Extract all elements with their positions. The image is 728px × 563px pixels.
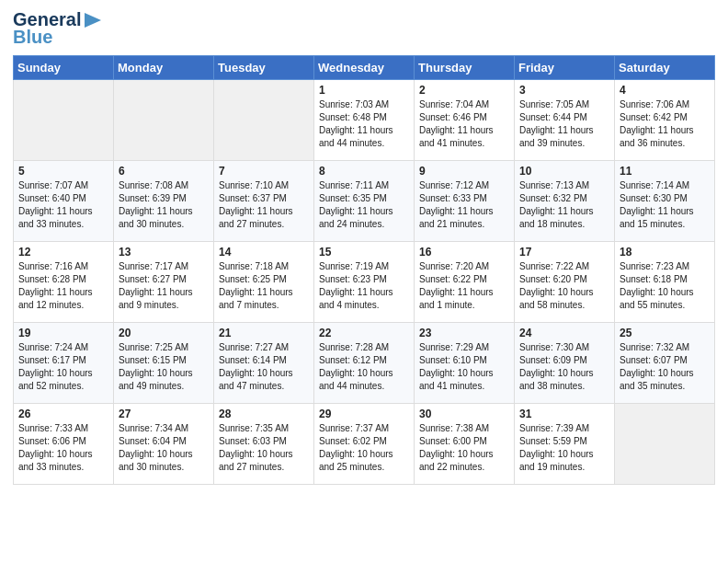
calendar-day-cell: 13Sunrise: 7:17 AMSunset: 6:27 PMDayligh… — [114, 242, 214, 323]
day-info: Sunrise: 7:08 AMSunset: 6:39 PMDaylight:… — [119, 179, 209, 231]
day-number: 23 — [419, 327, 509, 339]
day-info: Sunrise: 7:13 AMSunset: 6:32 PMDaylight:… — [519, 179, 609, 231]
calendar-day-cell: 20Sunrise: 7:25 AMSunset: 6:15 PMDayligh… — [114, 323, 214, 404]
day-number: 28 — [219, 408, 309, 420]
calendar-day-cell: 9Sunrise: 7:12 AMSunset: 6:33 PMDaylight… — [415, 161, 515, 242]
day-info: Sunrise: 7:18 AMSunset: 6:25 PMDaylight:… — [219, 260, 309, 312]
day-info: Sunrise: 7:16 AMSunset: 6:28 PMDaylight:… — [18, 260, 108, 312]
logo-arrow-icon — [83, 11, 103, 29]
calendar-day-cell: 12Sunrise: 7:16 AMSunset: 6:28 PMDayligh… — [14, 242, 114, 323]
calendar-week-row: 5Sunrise: 7:07 AMSunset: 6:40 PMDaylight… — [14, 161, 715, 242]
calendar-week-row: 19Sunrise: 7:24 AMSunset: 6:17 PMDayligh… — [14, 323, 715, 404]
calendar-day-cell: 30Sunrise: 7:38 AMSunset: 6:00 PMDayligh… — [415, 404, 515, 485]
day-info: Sunrise: 7:23 AMSunset: 6:18 PMDaylight:… — [620, 260, 710, 312]
day-info: Sunrise: 7:22 AMSunset: 6:20 PMDaylight:… — [519, 260, 609, 312]
calendar-day-cell: 2Sunrise: 7:04 AMSunset: 6:46 PMDaylight… — [415, 80, 515, 161]
weekday-header: Wednesday — [314, 56, 415, 80]
calendar-day-cell: 19Sunrise: 7:24 AMSunset: 6:17 PMDayligh… — [14, 323, 114, 404]
day-info: Sunrise: 7:17 AMSunset: 6:27 PMDaylight:… — [119, 260, 209, 312]
day-number: 22 — [319, 327, 409, 339]
day-info: Sunrise: 7:27 AMSunset: 6:14 PMDaylight:… — [219, 341, 309, 393]
calendar-day-cell: 16Sunrise: 7:20 AMSunset: 6:22 PMDayligh… — [415, 242, 515, 323]
day-info: Sunrise: 7:20 AMSunset: 6:22 PMDaylight:… — [419, 260, 509, 312]
day-info: Sunrise: 7:32 AMSunset: 6:07 PMDaylight:… — [620, 341, 710, 393]
day-info: Sunrise: 7:19 AMSunset: 6:23 PMDaylight:… — [319, 260, 409, 312]
calendar-day-cell: 31Sunrise: 7:39 AMSunset: 5:59 PMDayligh… — [515, 404, 615, 485]
day-number: 4 — [620, 84, 710, 97]
calendar-day-cell: 27Sunrise: 7:34 AMSunset: 6:04 PMDayligh… — [114, 404, 214, 485]
calendar-day-cell: 18Sunrise: 7:23 AMSunset: 6:18 PMDayligh… — [615, 242, 715, 323]
page-container: General Blue SundayMondayTuesdayWednesda… — [0, 0, 728, 494]
day-number: 21 — [219, 327, 309, 339]
day-number: 1 — [319, 84, 409, 97]
day-number: 14 — [219, 246, 309, 259]
calendar-day-cell: 3Sunrise: 7:05 AMSunset: 6:44 PMDaylight… — [515, 80, 615, 161]
calendar-day-cell: 26Sunrise: 7:33 AMSunset: 6:06 PMDayligh… — [14, 404, 114, 485]
day-number: 25 — [620, 327, 710, 339]
day-info: Sunrise: 7:24 AMSunset: 6:17 PMDaylight:… — [18, 341, 108, 393]
day-info: Sunrise: 7:38 AMSunset: 6:00 PMDaylight:… — [419, 422, 509, 474]
calendar-day-cell: 10Sunrise: 7:13 AMSunset: 6:32 PMDayligh… — [515, 161, 615, 242]
calendar-day-cell: 28Sunrise: 7:35 AMSunset: 6:03 PMDayligh… — [214, 404, 314, 485]
day-info: Sunrise: 7:10 AMSunset: 6:37 PMDaylight:… — [219, 179, 309, 231]
day-number: 19 — [18, 327, 108, 339]
day-number: 2 — [419, 84, 509, 97]
day-number: 3 — [519, 84, 609, 97]
day-info: Sunrise: 7:37 AMSunset: 6:02 PMDaylight:… — [319, 422, 409, 474]
calendar-day-cell: 1Sunrise: 7:03 AMSunset: 6:48 PMDaylight… — [314, 80, 415, 161]
day-info: Sunrise: 7:29 AMSunset: 6:10 PMDaylight:… — [419, 341, 509, 393]
calendar-week-row: 26Sunrise: 7:33 AMSunset: 6:06 PMDayligh… — [14, 404, 715, 485]
day-number: 7 — [219, 165, 309, 178]
weekday-header: Thursday — [415, 56, 515, 80]
weekday-header: Tuesday — [214, 56, 314, 80]
weekday-header: Friday — [515, 56, 615, 80]
weekday-header: Sunday — [14, 56, 114, 80]
calendar-day-cell: 25Sunrise: 7:32 AMSunset: 6:07 PMDayligh… — [615, 323, 715, 404]
day-info: Sunrise: 7:12 AMSunset: 6:33 PMDaylight:… — [419, 179, 509, 231]
day-number: 9 — [419, 165, 509, 178]
calendar-day-cell — [114, 80, 214, 161]
weekday-header: Saturday — [615, 56, 715, 80]
calendar-day-cell: 29Sunrise: 7:37 AMSunset: 6:02 PMDayligh… — [314, 404, 415, 485]
day-info: Sunrise: 7:03 AMSunset: 6:48 PMDaylight:… — [319, 98, 409, 150]
logo: General Blue — [13, 9, 103, 48]
day-number: 8 — [319, 165, 409, 178]
day-info: Sunrise: 7:06 AMSunset: 6:42 PMDaylight:… — [620, 98, 710, 150]
day-number: 24 — [519, 327, 609, 339]
day-info: Sunrise: 7:39 AMSunset: 5:59 PMDaylight:… — [519, 422, 609, 474]
day-number: 27 — [119, 408, 209, 420]
day-info: Sunrise: 7:34 AMSunset: 6:04 PMDaylight:… — [119, 422, 209, 474]
day-number: 5 — [18, 165, 108, 178]
calendar-day-cell: 22Sunrise: 7:28 AMSunset: 6:12 PMDayligh… — [314, 323, 415, 404]
calendar-day-cell: 6Sunrise: 7:08 AMSunset: 6:39 PMDaylight… — [114, 161, 214, 242]
calendar-day-cell — [615, 404, 715, 485]
day-number: 11 — [620, 165, 710, 178]
day-info: Sunrise: 7:25 AMSunset: 6:15 PMDaylight:… — [119, 341, 209, 393]
calendar-week-row: 12Sunrise: 7:16 AMSunset: 6:28 PMDayligh… — [14, 242, 715, 323]
day-number: 15 — [319, 246, 409, 259]
day-number: 29 — [319, 408, 409, 420]
day-number: 17 — [519, 246, 609, 259]
logo-blue: Blue — [13, 27, 52, 48]
calendar-week-row: 1Sunrise: 7:03 AMSunset: 6:48 PMDaylight… — [14, 80, 715, 161]
day-number: 20 — [119, 327, 209, 339]
day-number: 10 — [519, 165, 609, 178]
calendar-day-cell: 4Sunrise: 7:06 AMSunset: 6:42 PMDaylight… — [615, 80, 715, 161]
day-info: Sunrise: 7:35 AMSunset: 6:03 PMDaylight:… — [219, 422, 309, 474]
calendar-day-cell: 14Sunrise: 7:18 AMSunset: 6:25 PMDayligh… — [214, 242, 314, 323]
day-number: 30 — [419, 408, 509, 420]
calendar-day-cell: 23Sunrise: 7:29 AMSunset: 6:10 PMDayligh… — [415, 323, 515, 404]
calendar-day-cell: 21Sunrise: 7:27 AMSunset: 6:14 PMDayligh… — [214, 323, 314, 404]
calendar-day-cell: 11Sunrise: 7:14 AMSunset: 6:30 PMDayligh… — [615, 161, 715, 242]
calendar-day-cell: 7Sunrise: 7:10 AMSunset: 6:37 PMDaylight… — [214, 161, 314, 242]
calendar-day-cell: 15Sunrise: 7:19 AMSunset: 6:23 PMDayligh… — [314, 242, 415, 323]
calendar-day-cell: 17Sunrise: 7:22 AMSunset: 6:20 PMDayligh… — [515, 242, 615, 323]
day-number: 16 — [419, 246, 509, 259]
calendar-table: SundayMondayTuesdayWednesdayThursdayFrid… — [13, 55, 715, 485]
calendar-day-cell: 8Sunrise: 7:11 AMSunset: 6:35 PMDaylight… — [314, 161, 415, 242]
day-info: Sunrise: 7:07 AMSunset: 6:40 PMDaylight:… — [18, 179, 108, 231]
calendar-header-row: SundayMondayTuesdayWednesdayThursdayFrid… — [14, 56, 715, 80]
day-info: Sunrise: 7:28 AMSunset: 6:12 PMDaylight:… — [319, 341, 409, 393]
day-info: Sunrise: 7:05 AMSunset: 6:44 PMDaylight:… — [519, 98, 609, 150]
day-info: Sunrise: 7:04 AMSunset: 6:46 PMDaylight:… — [419, 98, 509, 150]
